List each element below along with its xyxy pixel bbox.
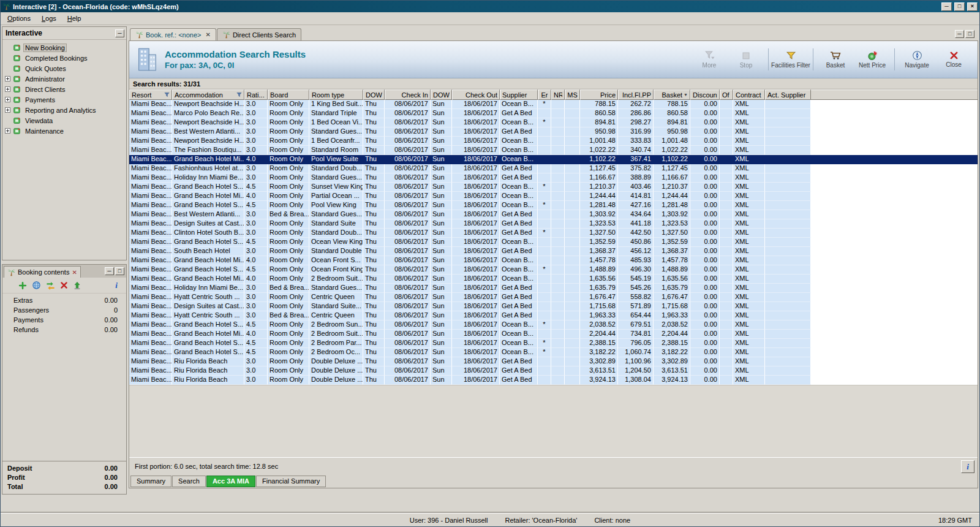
table-row[interactable]: Miami Beac...Best Western Atlanti...3.0R…	[129, 127, 978, 137]
info-button[interactable]: i	[961, 460, 974, 473]
table-row[interactable]: Miami Beac...Grand Beach Hotel Mi...4.0R…	[129, 256, 978, 265]
expand-plus-icon[interactable]	[5, 97, 10, 102]
table-row[interactable]: Miami Beac...Riu Florida Beach3.0Room On…	[129, 376, 978, 385]
navigate-button[interactable]: Navigate	[899, 50, 935, 69]
sidebar-item-new-booking[interactable]: New Booking	[2, 42, 126, 53]
column-header-of[interactable]: Of	[720, 89, 733, 100]
info-icon[interactable]: i	[113, 281, 120, 290]
close-button[interactable]: ×	[967, 2, 978, 11]
column-header-accommodation[interactable]: Accommodation	[172, 89, 244, 100]
column-header-supplier[interactable]: Supplier	[500, 89, 538, 100]
table-row[interactable]: Miami Beac...Grand Beach Hotel Mi...4.0R…	[129, 192, 978, 201]
sidebar-item-quick-quotes[interactable]: Quick Quotes	[2, 63, 126, 74]
table-row[interactable]: Miami Beac...Newport Beachside H...3.0Ro…	[129, 118, 978, 127]
table-row[interactable]: Miami Beac...Grand Beach Hotel S...4.5Ro…	[129, 348, 978, 357]
column-header-room-type[interactable]: Room type	[309, 89, 363, 100]
bottom-tab-financial-summary[interactable]: Financial Summary	[256, 476, 326, 487]
transfer-icon[interactable]	[46, 281, 55, 290]
table-row[interactable]: Miami Beac...Grand Beach Hotel S...4.5Ro…	[129, 201, 978, 210]
nett-price-button[interactable]: Nett Price	[854, 50, 890, 69]
table-row[interactable]: Miami Beac...Newport Beachside H...3.0Ro…	[129, 100, 978, 109]
table-row[interactable]: Miami Beac...Design Suites at Cast...3.0…	[129, 219, 978, 229]
column-header-act-supplier[interactable]: Act. Supplier	[765, 89, 811, 100]
expand-plus-icon[interactable]	[5, 76, 10, 82]
column-header-discount[interactable]: Discount	[690, 89, 720, 100]
table-row[interactable]: Miami Beac...Holiday Inn Miami Be...3.0B…	[129, 284, 978, 293]
table-row[interactable]: Miami Beac...Grand Beach Hotel S...4.5Ro…	[129, 339, 978, 348]
document-restore-button[interactable]: □	[965, 30, 974, 38]
minimize-button[interactable]: ─	[941, 2, 952, 11]
sidebar-item-direct-clients[interactable]: Direct Clients	[2, 84, 126, 94]
sidebar-item-administrator[interactable]: Administrator	[2, 74, 126, 84]
menu-options[interactable]: Options	[2, 13, 36, 23]
bottom-tab-summary[interactable]: Summary	[130, 476, 172, 487]
column-header-rati[interactable]: Rati...	[244, 89, 268, 100]
table-row[interactable]: Miami Beac...The Fashion Boutiqu...3.0Ro…	[129, 146, 978, 155]
column-header-nr[interactable]: NR	[551, 89, 565, 100]
table-row[interactable]: Miami Beac...Design Suites at Cast...3.0…	[129, 302, 978, 311]
expand-plus-icon[interactable]	[5, 128, 10, 134]
document-minimize-button[interactable]: ─	[955, 30, 964, 38]
table-row[interactable]: Miami Beac...Clinton Hotel South B...3.0…	[129, 229, 978, 238]
table-row[interactable]: Miami Beac...Grand Beach Hotel S...4.5Ro…	[129, 320, 978, 330]
table-row[interactable]: Miami Beac...Newport Beachside H...3.0Ro…	[129, 137, 978, 146]
column-header-check-out[interactable]: Check Out	[452, 89, 500, 100]
table-row[interactable]: Miami Beac...Riu Florida Beach3.0Room On…	[129, 366, 978, 376]
column-header-dow[interactable]: DOW	[363, 89, 385, 100]
filter-icon[interactable]	[164, 92, 170, 97]
column-header-incl-fl-pp[interactable]: Incl.Fl.PP	[618, 89, 654, 100]
table-row[interactable]: Miami Beac...Riu Florida Beach3.0Room On…	[129, 357, 978, 366]
sidebar-item-completed-bookings[interactable]: Completed Bookings	[2, 53, 126, 63]
sidebar-item-payments[interactable]: Payments	[2, 94, 126, 105]
column-header-ms[interactable]: MS	[565, 89, 580, 100]
export-icon[interactable]	[73, 281, 81, 290]
booking-contents-tab[interactable]: Booking contents ✕	[4, 266, 81, 278]
booking-panel-restore-button[interactable]: □	[115, 267, 124, 275]
expand-plus-icon[interactable]	[5, 107, 10, 113]
menu-logs[interactable]: Logs	[36, 13, 62, 23]
column-header-check-in[interactable]: Check In	[385, 89, 431, 100]
panel-collapse-button[interactable]: ─	[115, 29, 124, 37]
table-row[interactable]: Miami Beac...Marco Polo Beach Re...3.0Ro…	[129, 109, 978, 118]
add-icon[interactable]	[18, 281, 27, 290]
column-header-resort[interactable]: Resort	[129, 89, 172, 100]
table-row[interactable]: Miami Beac...South Beach Hotel3.0Room On…	[129, 247, 978, 256]
column-header-dow[interactable]: DOW	[431, 89, 452, 100]
tab-close-icon[interactable]: ✕	[206, 31, 211, 38]
delete-icon[interactable]	[60, 281, 68, 289]
tab-direct-clients-search[interactable]: Direct Clients Search	[217, 28, 301, 40]
table-row[interactable]: Miami Beac...Hyatt Centric South ...3.0B…	[129, 311, 978, 320]
sidebar-item-maintenance[interactable]: Maintenance	[2, 126, 126, 136]
globe-icon[interactable]	[32, 281, 41, 290]
filter-icon[interactable]	[236, 92, 242, 97]
table-row[interactable]: Miami Beac...Grand Beach Hotel S...4.5Ro…	[129, 238, 978, 247]
table-row[interactable]: Miami Beac...Best Western Atlanti...3.0B…	[129, 210, 978, 219]
booking-contents-close-icon[interactable]: ✕	[72, 269, 77, 276]
bottom-tab-search[interactable]: Search	[172, 476, 206, 487]
column-header-price[interactable]: Price	[580, 89, 618, 100]
maximize-button[interactable]: □	[954, 2, 965, 11]
column-header-board[interactable]: Board	[268, 89, 309, 100]
table-row[interactable]: Miami Beac...Grand Beach Hotel Mi...4.0R…	[129, 330, 978, 339]
menu-help[interactable]: Help	[62, 13, 87, 23]
column-header-er[interactable]: Er	[538, 89, 551, 100]
column-header-basket[interactable]: Basket▼	[654, 89, 690, 100]
table-row[interactable]: Miami Beac...Hyatt Centric South ...3.0R…	[129, 293, 978, 302]
table-row[interactable]: Miami Beac...Grand Beach Hotel S...4.5Ro…	[129, 183, 978, 192]
basket-button[interactable]: Basket	[818, 50, 853, 69]
tab-book-ref-none[interactable]: Book. ref.: <none>✕	[130, 28, 216, 40]
table-row[interactable]: Miami Beac...Fashionhaus Hotel at...3.0R…	[129, 164, 978, 173]
bottom-tab-acc-3a-mia[interactable]: Acc 3A MIA	[206, 476, 255, 487]
table-row[interactable]: Miami Beac...Grand Beach Hotel S...4.5Ro…	[129, 265, 978, 275]
table-row[interactable]: Miami Beac...Grand Beach Hotel Mi...4.0R…	[129, 155, 978, 164]
facilities-filter-button[interactable]: Facilities Filter	[773, 50, 809, 69]
close-button[interactable]: Close	[936, 51, 971, 68]
table-row[interactable]: Miami Beac...Grand Beach Hotel Mi...4.0R…	[129, 275, 978, 284]
expand-plus-icon[interactable]	[5, 86, 10, 92]
sidebar-item-reporting-and-analytics[interactable]: Reporting and Analytics	[2, 105, 126, 115]
booking-contents-row[interactable]: Refunds0.00	[2, 325, 126, 335]
booking-contents-row[interactable]: Passengers0	[2, 305, 126, 315]
table-row[interactable]: Miami Beac...Holiday Inn Miami Be...3.0R…	[129, 173, 978, 183]
column-header-contract[interactable]: Contract	[733, 89, 765, 100]
booking-panel-minimize-button[interactable]: ─	[105, 267, 114, 275]
